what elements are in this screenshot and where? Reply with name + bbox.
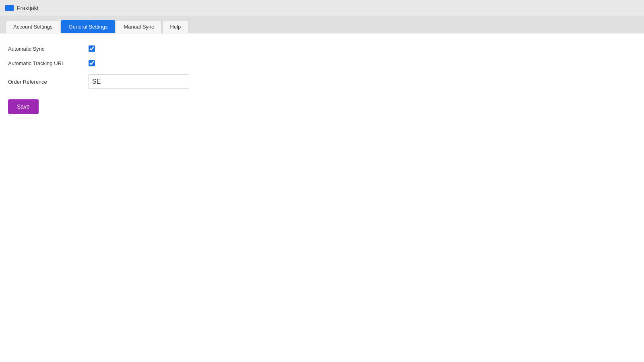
- automatic-tracking-url-label: Automatic Tracking URL: [8, 60, 89, 66]
- automatic-sync-control: [89, 45, 95, 52]
- tab-general-settings[interactable]: General Settings: [61, 20, 116, 33]
- order-reference-input[interactable]: [89, 74, 189, 89]
- app-logo-icon: [5, 5, 14, 11]
- automatic-sync-label: Automatic Sync: [8, 46, 89, 52]
- tab-bar: Account Settings General Settings Manual…: [0, 16, 644, 33]
- order-reference-row: Order Reference: [8, 74, 636, 89]
- save-button[interactable]: Save: [8, 99, 39, 114]
- tab-account-settings[interactable]: Account Settings: [6, 20, 60, 33]
- tab-manual-sync[interactable]: Manual Sync: [116, 20, 161, 33]
- automatic-tracking-url-row: Automatic Tracking URL: [8, 60, 636, 66]
- app-title: Fraktjakt: [17, 5, 39, 11]
- automatic-sync-checkbox[interactable]: [89, 45, 95, 52]
- automatic-tracking-url-control: [89, 60, 95, 66]
- tab-help[interactable]: Help: [163, 20, 189, 33]
- empty-area: [0, 122, 644, 362]
- automatic-tracking-url-checkbox[interactable]: [89, 60, 95, 66]
- main-content: Automatic Sync Automatic Tracking URL Or…: [0, 33, 644, 122]
- order-reference-control: [89, 74, 189, 89]
- header-bar: Fraktjakt: [0, 0, 644, 16]
- automatic-sync-row: Automatic Sync: [8, 45, 636, 52]
- order-reference-label: Order Reference: [8, 79, 89, 85]
